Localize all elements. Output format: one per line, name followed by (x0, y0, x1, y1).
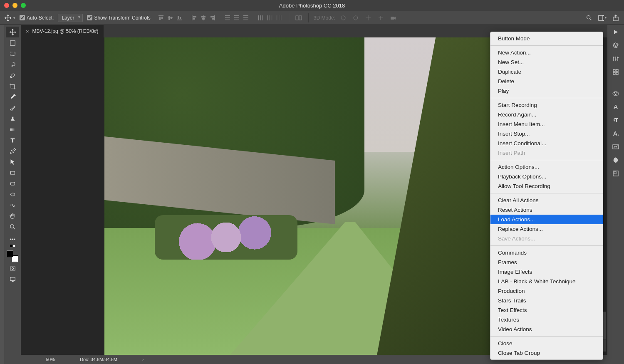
hand-tool[interactable] (6, 210, 19, 221)
type-tool[interactable] (6, 135, 19, 146)
lasso-tool[interactable] (6, 59, 19, 70)
path-selection-tool[interactable] (6, 156, 19, 167)
properties-panel-icon[interactable] (611, 67, 620, 77)
menu-item[interactable]: LAB - Black & White Technique (490, 277, 603, 286)
align-right-icon[interactable] (208, 13, 217, 22)
menu-item[interactable]: Insert Conditional... (490, 139, 603, 148)
menu-item[interactable]: Button Mode (490, 34, 603, 43)
threeD-orbit-icon[interactable] (339, 13, 348, 22)
actions-panel-icon[interactable] (611, 27, 620, 37)
align-hcenter-icon[interactable] (199, 13, 208, 22)
menu-item[interactable]: Allow Tool Recording (490, 181, 603, 191)
menu-item[interactable]: Duplicate (490, 67, 603, 77)
distribute-hcenter-icon[interactable] (265, 13, 275, 22)
menu-item[interactable]: Image Effects (490, 267, 603, 277)
zoom-tool[interactable] (6, 221, 19, 232)
menu-item[interactable]: Production (490, 286, 603, 296)
ellipse-tool[interactable] (6, 189, 19, 200)
default-colors-icon[interactable] (10, 245, 15, 247)
screen-mode-tool[interactable] (6, 274, 19, 285)
align-vcenter-icon[interactable] (166, 13, 175, 22)
pen-tool[interactable] (6, 146, 19, 156)
rectangular-marquee-tool[interactable] (6, 48, 19, 59)
doc-info-chevron-icon[interactable]: › (142, 357, 144, 362)
tool-strip-collapse[interactable] (0, 25, 4, 364)
adjustments-panel-icon[interactable] (611, 54, 620, 63)
menu-item[interactable]: Video Actions (490, 324, 603, 334)
layer-select[interactable]: Layer ▾ (58, 14, 83, 22)
crop-tool[interactable] (6, 81, 19, 92)
paragraph-panel-icon[interactable] (611, 116, 620, 125)
gradient-tool[interactable] (6, 124, 19, 135)
move-tool[interactable] (6, 27, 19, 37)
menu-item[interactable]: Replace Actions... (490, 224, 603, 234)
artboard-tool[interactable] (6, 37, 19, 48)
window-close-button[interactable] (4, 3, 9, 8)
menu-item[interactable]: Textures (490, 315, 603, 324)
search-icon[interactable] (585, 14, 593, 22)
quick-selection-tool[interactable] (6, 70, 19, 81)
align-left-icon[interactable] (190, 13, 199, 22)
rectangle-tool[interactable] (6, 167, 19, 178)
doc-info[interactable]: Doc: 34.8M/34.8M (80, 357, 117, 362)
distribute-vcenter-icon[interactable] (232, 13, 241, 22)
threeD-camera-icon[interactable] (389, 13, 398, 22)
histogram-panel-icon[interactable] (611, 142, 620, 151)
workspace-icon[interactable]: ▾ (598, 14, 607, 22)
menu-item[interactable]: Close (490, 339, 603, 348)
threeD-slide-icon[interactable] (376, 13, 385, 22)
quick-mask-tool[interactable] (6, 263, 19, 274)
edit-toolbar[interactable]: ••• (6, 234, 19, 245)
svg-point-62 (617, 92, 618, 94)
menu-item[interactable]: Reset Actions (490, 205, 603, 215)
window-maximize-button[interactable] (21, 3, 26, 8)
custom-shape-tool[interactable] (6, 200, 19, 210)
window-minimize-button[interactable] (12, 3, 17, 8)
menu-item[interactable]: New Action... (490, 48, 603, 57)
menu-item[interactable]: Record Again... (490, 110, 603, 119)
menu-item[interactable]: Frames (490, 258, 603, 267)
glyphs-panel-icon[interactable] (611, 129, 620, 138)
menu-item[interactable]: Insert Menu Item... (490, 119, 603, 129)
show-transform-checkbox[interactable]: Show Transform Controls (87, 15, 150, 21)
align-bottom-icon[interactable] (175, 13, 184, 22)
clone-stamp-tool[interactable] (6, 113, 19, 124)
cc-libraries-panel-icon[interactable] (611, 156, 620, 165)
foreground-background-swatch[interactable] (7, 250, 18, 262)
eyedropper-tool[interactable] (6, 92, 19, 102)
menu-item[interactable]: Stars Trails (490, 296, 603, 305)
threeD-roll-icon[interactable] (351, 13, 360, 22)
menu-item[interactable]: Playback Options... (490, 172, 603, 181)
menu-item[interactable]: Delete (490, 77, 603, 86)
distribute-bottom-icon[interactable] (241, 13, 250, 22)
share-icon[interactable] (612, 14, 620, 22)
navigator-panel-icon[interactable] (611, 169, 620, 178)
zoom-level[interactable]: 50% (46, 357, 55, 362)
menu-item[interactable]: Play (490, 86, 603, 96)
auto-select-checkbox[interactable]: Auto-Select: (20, 15, 54, 21)
color-panel-icon[interactable] (611, 89, 620, 98)
close-tab-icon[interactable]: × (26, 28, 29, 35)
menu-item[interactable]: Load Actions... (490, 215, 603, 224)
auto-align-icon[interactable] (294, 13, 303, 22)
document-canvas[interactable] (104, 37, 524, 355)
menu-item[interactable]: Close Tab Group (490, 348, 603, 358)
menu-item[interactable]: Action Options... (490, 162, 603, 172)
distribute-left-icon[interactable] (256, 13, 265, 22)
character-panel-icon[interactable] (611, 102, 620, 111)
layers-panel-icon[interactable] (611, 41, 620, 50)
menu-item[interactable]: Clear All Actions (490, 196, 603, 205)
menu-item[interactable]: Commands (490, 248, 603, 258)
distribute-top-icon[interactable] (223, 13, 232, 22)
move-tool-indicator[interactable]: ▾ (4, 14, 15, 22)
menu-item[interactable]: Text Effects (490, 305, 603, 315)
menu-item[interactable]: Start Recording (490, 100, 603, 110)
distribute-right-icon[interactable] (275, 13, 284, 22)
menu-item[interactable]: New Set... (490, 57, 603, 67)
document-tab[interactable]: × MBV-12.jpg @ 50% (RGB/8#) (21, 25, 104, 37)
threeD-pan-icon[interactable] (364, 13, 373, 22)
rounded-rectangle-tool[interactable] (6, 178, 19, 189)
menu-item[interactable]: Insert Stop... (490, 129, 603, 139)
align-top-icon[interactable] (156, 13, 166, 22)
brush-tool[interactable] (6, 102, 19, 113)
